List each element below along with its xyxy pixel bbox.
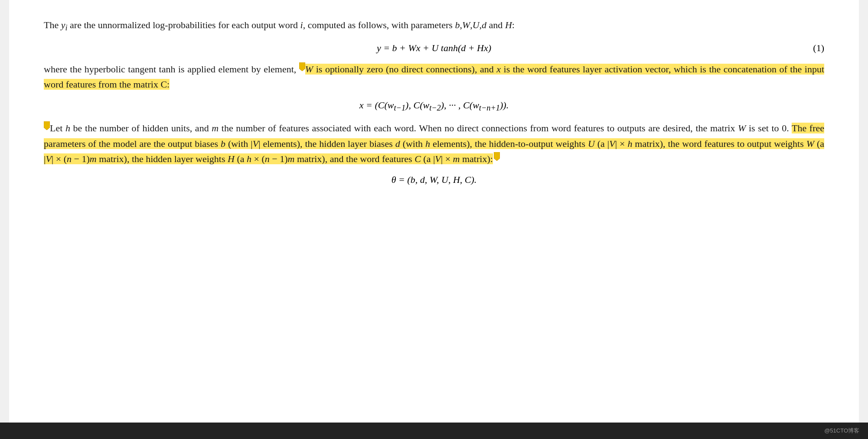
paragraph-2: where the hyperbolic tangent tanh is app…	[44, 62, 824, 92]
page-content: The yi are the unnormalized log-probabil…	[9, 0, 859, 425]
annotation-flag-2	[44, 121, 50, 130]
annotation-flag-3	[494, 152, 500, 161]
footer-bar: @51CTO博客	[0, 423, 868, 439]
svg-marker-1	[44, 121, 50, 130]
equation-2: x = (C(wt−1), C(wt−2), ··· , C(wt−n+1)).	[44, 100, 824, 113]
p1-params: b	[455, 20, 460, 30]
eq2-formula: x = (C(wt−1), C(wt−2), ··· , C(wt−n+1)).	[359, 100, 509, 113]
p1-W: W	[462, 20, 470, 30]
eq1-number: (1)	[813, 42, 824, 54]
p2-text1: where the hyperbolic tangent tanh is app…	[44, 64, 299, 75]
p3-text1: Let h be the number of hidden units, and…	[50, 123, 792, 133]
svg-marker-0	[299, 62, 305, 71]
p1-text-after: are the unnormalized log-probabilities f…	[68, 20, 300, 30]
p1-d: d	[482, 20, 486, 30]
p1-text-before: The	[44, 20, 61, 30]
p1-computed: , computed as follows, with parameters	[303, 20, 455, 30]
paragraph-3: Let h be the number of hidden units, and…	[44, 120, 824, 166]
p1-U: U	[473, 20, 480, 30]
equation-1: y = b + Wx + U tanh(d + Hx) (1)	[44, 42, 824, 54]
p1-yi: yi	[61, 20, 68, 30]
svg-marker-2	[494, 152, 500, 161]
p1-H: H	[505, 20, 512, 30]
annotation-flag-1	[299, 62, 305, 71]
equation-3: θ = (b, d, W, U, H, C).	[44, 174, 824, 185]
paragraph-1: The yi are the unnormalized log-probabil…	[44, 17, 824, 35]
p1-colon: :	[512, 20, 515, 30]
p1-and: and	[486, 20, 505, 30]
eq1-formula: y = b + Wx + U tanh(d + Hx)	[377, 42, 491, 54]
eq3-formula: θ = (b, d, W, U, H, C).	[392, 174, 477, 185]
watermark-text: @51CTO博客	[824, 427, 859, 435]
